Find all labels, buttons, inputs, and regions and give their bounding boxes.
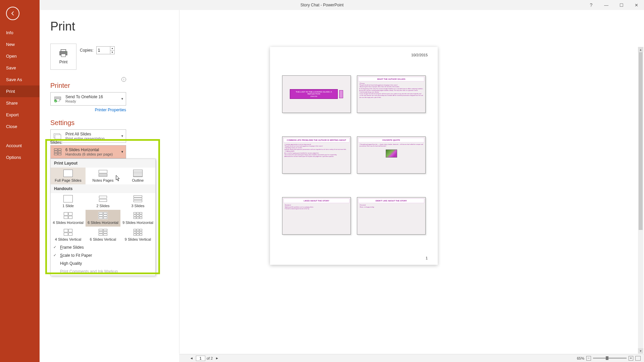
- page-prev[interactable]: ◄: [189, 356, 195, 360]
- copies-up[interactable]: ▲: [110, 47, 114, 51]
- copies-field[interactable]: [97, 47, 110, 54]
- zoom-thumb[interactable]: [606, 356, 608, 360]
- maximize-button[interactable]: ☐: [614, 0, 629, 10]
- nav-print[interactable]: Print: [0, 85, 40, 97]
- opt-6-slides-h[interactable]: 6 Slides Horizontal: [86, 210, 120, 227]
- preview-bottom-bar: ◄ of 2 ► 65% − +: [179, 354, 644, 362]
- nav-close[interactable]: Close: [0, 121, 40, 132]
- page-total: of 2: [207, 356, 213, 360]
- preview-slide-2: WHAT THE AUTHOR VALUES• Privacy "People …: [357, 75, 426, 113]
- print-content: Print Print Copies: ▲ ▼ i Printer: [40, 10, 644, 362]
- check-icon: ✓: [53, 253, 56, 257]
- scope-sub: Print entire presentation: [65, 136, 121, 140]
- minimize-button[interactable]: —: [599, 0, 614, 10]
- chk-print-comments: Print Comments and Ink Markup: [51, 267, 155, 276]
- preview-page: 10/2/2015 1 THE LADY IN THE LOOKING GLAS…: [270, 47, 438, 265]
- back-arrow-icon: [9, 10, 16, 17]
- preview-slide-6: DIDN'T LIKE ABOUT THE STORY• Deceived• B…: [357, 197, 426, 235]
- layout-menu: Print Layout Full Page Slides Notes Page…: [50, 159, 156, 276]
- print-button-label: Print: [59, 60, 68, 64]
- fit-to-window-button[interactable]: [635, 356, 641, 361]
- page-next[interactable]: ►: [214, 356, 220, 360]
- svg-rect-8: [55, 135, 61, 139]
- chevron-down-icon: ▼: [121, 150, 124, 154]
- opt-1-slide[interactable]: 1 Slide: [51, 193, 86, 210]
- copies-label: Copies:: [80, 48, 94, 53]
- opt-4-slides-v[interactable]: 4 Slides Vertical: [51, 227, 86, 243]
- layout-sub: Handouts (6 slides per page): [65, 152, 121, 156]
- opt-notes-pages[interactable]: Notes Pages: [86, 168, 120, 184]
- scope-title: Print All Slides: [65, 132, 121, 136]
- svg-rect-0: [61, 50, 66, 52]
- opt-9-slides-v[interactable]: 9 Slides Vertical: [120, 227, 155, 243]
- copies-input[interactable]: ▲ ▼: [96, 46, 115, 54]
- chk-frame-slides[interactable]: ✓Frame Slides: [51, 243, 155, 251]
- zoom-percent: 65%: [577, 356, 584, 360]
- titlebar: Story Chat - PowerPoint ? — ☐ ✕: [0, 0, 644, 10]
- nav-options[interactable]: Options: [0, 152, 40, 163]
- opt-3-slides[interactable]: 3 Slides: [120, 193, 155, 210]
- chk-high-quality[interactable]: High Quality: [51, 259, 155, 267]
- printer-info-icon[interactable]: i: [121, 77, 126, 82]
- handouts-menu-header: Handouts: [51, 184, 155, 193]
- print-button[interactable]: Print: [50, 44, 76, 70]
- scroll-thumb[interactable]: [639, 52, 643, 230]
- opt-2-slides[interactable]: 2 Slides: [86, 193, 120, 210]
- zoom-in-button[interactable]: +: [629, 356, 633, 361]
- preview-slide-4: FAVORITE QUOTE• "Everything dropped from…: [357, 136, 426, 174]
- copies-down[interactable]: ▼: [110, 51, 114, 54]
- printer-properties-link[interactable]: Printer Properties: [50, 108, 126, 112]
- layout-title: 6 Slides Horizontal: [65, 147, 121, 152]
- scroll-up[interactable]: ▲: [638, 47, 643, 52]
- page-current-input[interactable]: [196, 356, 205, 361]
- preview-scrollbar[interactable]: ▲ ▼: [638, 47, 643, 354]
- nav-save-as[interactable]: Save As: [0, 74, 40, 85]
- printer-icon: [58, 49, 68, 58]
- print-preview-area: 10/2/2015 1 THE LADY IN THE LOOKING GLAS…: [179, 10, 637, 354]
- nav-export[interactable]: Export: [0, 109, 40, 121]
- nav-share[interactable]: Share: [0, 97, 40, 109]
- chk-scale-to-fit[interactable]: ✓Scale to Fit Paper: [51, 251, 155, 259]
- preview-page-number: 1: [426, 256, 428, 260]
- chevron-down-icon: ▼: [121, 134, 124, 138]
- opt-4-slides-h[interactable]: 4 Slides Horizontal: [51, 210, 86, 227]
- back-button[interactable]: [6, 7, 19, 20]
- backstage-sidebar: InfoNewOpenSaveSave AsPrintShareExportCl…: [0, 0, 40, 362]
- nav-new[interactable]: New: [0, 39, 40, 50]
- slides-all-icon: [53, 131, 63, 141]
- printer-heading: Printer: [50, 82, 126, 89]
- layout-dropdown[interactable]: 6 Slides Horizontal Handouts (6 slides p…: [50, 145, 126, 159]
- close-button[interactable]: ✕: [629, 0, 644, 10]
- svg-rect-2: [61, 54, 66, 57]
- help-button[interactable]: ?: [584, 0, 599, 10]
- preview-slide-3: COMMON LIFE PROBLEMS THE AUTHOR IS WRITI…: [282, 136, 351, 174]
- printer-status: Ready: [65, 99, 121, 103]
- printer-name: Send To OneNote 16: [65, 95, 121, 99]
- slides-field-label: Slides:: [50, 140, 62, 145]
- printer-dropdown[interactable]: Send To OneNote 16 Ready ▼: [50, 92, 126, 106]
- handout-6h-icon: [53, 147, 63, 157]
- preview-slide-5: LIKED ABOUT THE STORY• Analytical• Addre…: [282, 197, 351, 235]
- opt-full-page-slides[interactable]: Full Page Slides: [51, 168, 86, 184]
- printer-status-icon: [53, 94, 63, 104]
- svg-point-3: [66, 52, 66, 53]
- nav-save[interactable]: Save: [0, 62, 40, 74]
- preview-slide-1: THE LADY IN THE LOOKING GLASS: A REFLECT…: [282, 75, 351, 113]
- chevron-down-icon: ▼: [121, 97, 124, 101]
- zoom-out-button[interactable]: −: [586, 356, 591, 361]
- scroll-down[interactable]: ▼: [638, 348, 643, 354]
- window-title: Story Chat - PowerPoint: [301, 3, 344, 7]
- opt-6-slides-v[interactable]: 6 Slides Vertical: [86, 227, 120, 243]
- settings-heading: Settings: [50, 119, 178, 127]
- zoom-slider[interactable]: [593, 358, 627, 359]
- check-icon: ✓: [53, 245, 56, 249]
- opt-outline[interactable]: Outline: [120, 168, 155, 184]
- nav-open[interactable]: Open: [0, 50, 40, 62]
- preview-date: 10/2/2015: [411, 53, 428, 57]
- nav-info[interactable]: Info: [0, 27, 40, 39]
- layout-menu-header: Print Layout: [51, 159, 155, 168]
- opt-9-slides-h[interactable]: 9 Slides Horizontal: [120, 210, 155, 227]
- nav-account[interactable]: Account: [0, 140, 40, 152]
